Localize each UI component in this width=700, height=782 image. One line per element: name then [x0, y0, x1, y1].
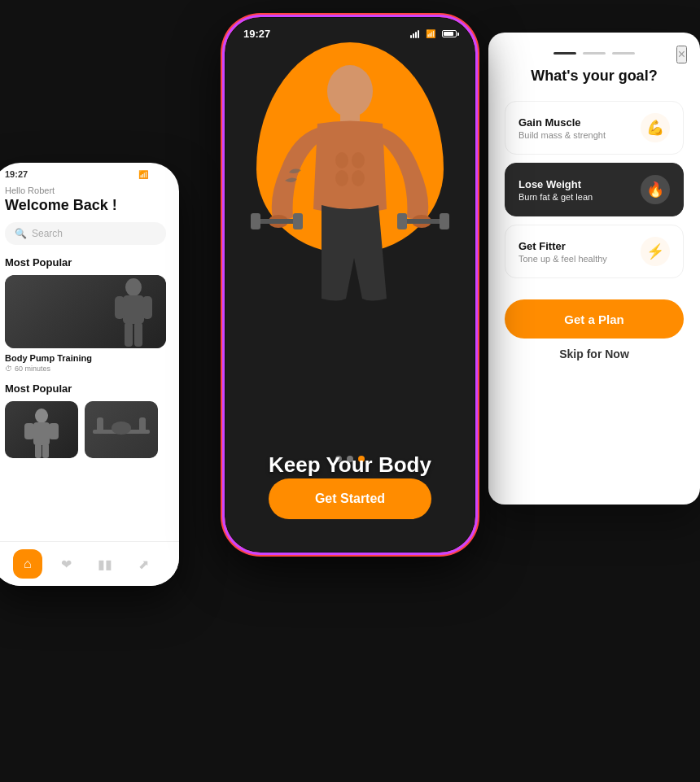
panel-title: What's your goal? — [505, 68, 684, 85]
athlete-figure — [244, 46, 456, 347]
svg-rect-9 — [49, 423, 59, 439]
nav-compass[interactable]: ⬈ — [129, 549, 158, 579]
svg-rect-7 — [33, 422, 50, 445]
welcome-title: Welcome Back ! — [5, 197, 166, 214]
goal-gain-muscle-name: Gain Muscle — [518, 116, 641, 129]
main-status-bar: 19:27 📶 — [225, 18, 475, 45]
close-button[interactable]: × — [676, 46, 687, 63]
progress-dash-1 — [553, 52, 576, 55]
goal-lose-weight-desc: Burn fat & get lean — [518, 192, 641, 202]
search-input[interactable]: Search — [32, 228, 63, 239]
greeting-text: Hello Robert — [5, 186, 166, 195]
section-title-1: Most Popular — [5, 256, 166, 269]
search-icon: 🔍 — [15, 228, 27, 239]
skip-button[interactable]: Skip for Now — [505, 347, 684, 360]
progress-indicator — [505, 52, 684, 55]
small-card-2[interactable] — [85, 401, 158, 458]
chart-icon: ▮▮ — [98, 557, 112, 572]
goal-lose-weight[interactable]: Lose Weight Burn fat & get lean 🔥 — [505, 163, 684, 216]
svg-rect-11 — [42, 443, 49, 458]
svg-point-16 — [327, 65, 373, 117]
small-card-1[interactable] — [5, 401, 78, 458]
svg-rect-8 — [24, 423, 34, 439]
nav-chart[interactable]: ▮▮ — [90, 549, 120, 579]
card-title: Body Pump Training — [5, 353, 166, 363]
main-status-time: 19:27 — [243, 28, 270, 40]
svg-point-27 — [352, 152, 365, 168]
svg-rect-4 — [125, 322, 133, 347]
svg-rect-3 — [142, 296, 152, 319]
svg-point-6 — [35, 408, 48, 423]
svg-point-15 — [112, 422, 131, 435]
goal-get-fitter-name: Get Fitter — [518, 240, 641, 252]
svg-rect-14 — [139, 417, 146, 434]
goal-gain-muscle[interactable]: Gain Muscle Build mass & strenght 💪 — [505, 101, 684, 155]
bottom-nav: ⌂ ❤ ▮▮ ⬈ — [0, 541, 179, 586]
svg-point-26 — [335, 152, 348, 168]
svg-rect-10 — [35, 443, 42, 458]
left-phone: 19:27 📶 Hello Robert Welcome Back ! 🔍 Se… — [0, 163, 179, 586]
nav-heart[interactable]: ❤ — [51, 549, 81, 579]
clock-icon: ⏱ — [5, 365, 12, 373]
get-fitter-icon: ⚡ — [641, 237, 670, 266]
compass-icon: ⬈ — [138, 557, 149, 572]
progress-dash-2 — [583, 52, 606, 55]
svg-rect-25 — [440, 213, 449, 229]
nav-home[interactable]: ⌂ — [13, 549, 42, 579]
svg-rect-2 — [115, 296, 125, 319]
get-started-button[interactable]: Get Started — [269, 478, 431, 519]
get-plan-button[interactable]: Get a Plan — [505, 299, 684, 339]
left-status-time: 19:27 — [5, 169, 28, 179]
svg-rect-21 — [293, 213, 303, 229]
progress-dash-3 — [612, 52, 635, 55]
goal-gain-muscle-desc: Build mass & strenght — [518, 130, 641, 140]
goal-get-fitter[interactable]: Get Fitter Tone up & feel healthy ⚡ — [505, 225, 684, 278]
lose-weight-icon: 🔥 — [641, 175, 670, 204]
search-bar[interactable]: 🔍 Search — [5, 222, 166, 245]
goal-lose-weight-name: Lose Weight — [518, 178, 641, 190]
svg-rect-1 — [123, 295, 144, 324]
svg-rect-13 — [97, 417, 103, 434]
home-icon: ⌂ — [24, 557, 32, 571]
svg-point-28 — [335, 170, 348, 186]
featured-card[interactable] — [5, 275, 166, 348]
svg-rect-24 — [397, 213, 407, 229]
svg-point-29 — [352, 170, 365, 186]
gain-muscle-icon: 💪 — [641, 113, 670, 142]
wifi-icon-main: 📶 — [426, 29, 435, 38]
heart-icon: ❤ — [61, 557, 72, 572]
wifi-icon: 📶 — [138, 170, 148, 179]
section-title-2: Most Popular — [5, 382, 166, 395]
goal-get-fitter-desc: Tone up & feel healthy — [518, 254, 641, 264]
svg-rect-20 — [251, 213, 260, 229]
card-duration: 60 minutes — [15, 365, 50, 373]
svg-point-0 — [125, 278, 142, 296]
right-panel: × What's your goal? Gain Muscle Build ma… — [488, 33, 700, 505]
main-phone: 19:27 📶 — [224, 16, 476, 553]
svg-rect-5 — [134, 322, 142, 347]
